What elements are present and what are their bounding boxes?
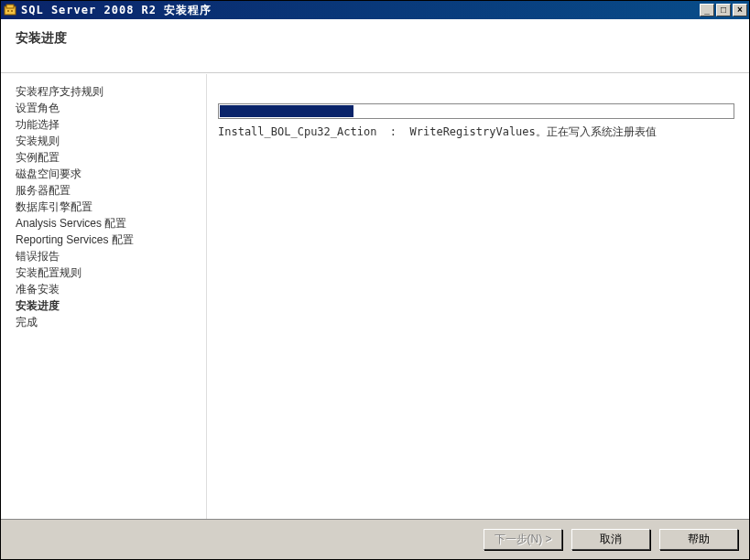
sidebar-step-11: 安装配置规则 — [16, 264, 206, 281]
page-header: 安装进度 — [1, 19, 749, 73]
sidebar-step-7: 数据库引擎配置 — [16, 199, 206, 215]
sidebar-step-10: 错误报告 — [16, 248, 206, 264]
steps-sidebar: 安装程序支持规则设置角色功能选择安装规则实例配置磁盘空间要求服务器配置数据库引擎… — [1, 74, 207, 519]
window-controls: _ □ × — [698, 4, 747, 16]
page-title: 安装进度 — [16, 30, 734, 47]
help-button[interactable]: 帮助 — [659, 529, 738, 550]
next-button: 下一步(N) > — [484, 529, 562, 550]
sidebar-step-3: 安装规则 — [16, 133, 206, 149]
cancel-button[interactable]: 取消 — [571, 529, 650, 550]
content-body: 安装程序支持规则设置角色功能选择安装规则实例配置磁盘空间要求服务器配置数据库引擎… — [1, 73, 749, 519]
svg-point-2 — [7, 10, 9, 12]
close-button[interactable]: × — [733, 4, 747, 16]
progress-fill — [220, 105, 353, 117]
main-panel: Install_BOL_Cpu32_Action : WriteRegistry… — [207, 74, 749, 519]
progress-bar — [218, 103, 734, 119]
sidebar-step-2: 功能选择 — [16, 116, 206, 133]
sidebar-step-0: 安装程序支持规则 — [16, 83, 206, 100]
svg-rect-1 — [6, 5, 14, 8]
minimize-button[interactable]: _ — [700, 4, 714, 16]
sidebar-step-1: 设置角色 — [16, 100, 206, 116]
installer-window: SQL Server 2008 R2 安装程序 _ □ × 安装进度 安装程序支… — [0, 0, 750, 560]
progress-status-text: Install_BOL_Cpu32_Action : WriteRegistry… — [218, 124, 734, 140]
sidebar-step-8: Analysis Services 配置 — [16, 215, 206, 232]
svg-point-3 — [11, 10, 13, 12]
sidebar-step-12: 准备安装 — [16, 281, 206, 297]
maximize-button[interactable]: □ — [716, 4, 731, 16]
window-title: SQL Server 2008 R2 安装程序 — [21, 3, 698, 18]
sidebar-step-4: 实例配置 — [16, 149, 206, 166]
app-icon — [3, 3, 17, 17]
sidebar-step-5: 磁盘空间要求 — [16, 166, 206, 182]
title-bar: SQL Server 2008 R2 安装程序 _ □ × — [1, 1, 749, 19]
sidebar-step-9: Reporting Services 配置 — [16, 232, 206, 248]
sidebar-step-13: 安装进度 — [16, 297, 206, 314]
button-bar: 下一步(N) > 取消 帮助 — [1, 519, 749, 559]
sidebar-step-6: 服务器配置 — [16, 182, 206, 199]
sidebar-step-14: 完成 — [16, 314, 206, 330]
